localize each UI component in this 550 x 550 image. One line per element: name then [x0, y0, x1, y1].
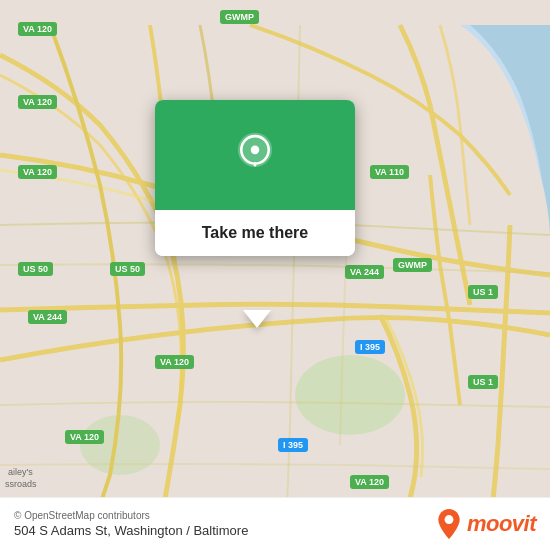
- road-label-us50-1: US 50: [18, 262, 53, 276]
- address: 504 S Adams St, Washington / Baltimore: [14, 523, 248, 538]
- moovit-pin-icon: [435, 508, 463, 540]
- svg-point-9: [444, 515, 453, 524]
- road-label-va120-nw1: VA 120: [18, 22, 57, 36]
- svg-point-1: [295, 355, 405, 435]
- moovit-logo: moovit: [435, 508, 536, 540]
- road-label-va120-bot: VA 120: [350, 475, 389, 489]
- road-label-us1-1: US 1: [468, 285, 498, 299]
- road-label-va110: VA 110: [370, 165, 409, 179]
- location-pin-icon: [231, 131, 279, 179]
- road-label-va120-nw3: VA 120: [18, 165, 57, 179]
- road-label-gwmp1: GWMP: [220, 10, 259, 24]
- bottom-bar-left: © OpenStreetMap contributors 504 S Adams…: [14, 510, 248, 538]
- copyright: © OpenStreetMap contributors: [14, 510, 248, 521]
- svg-text:ailey's: ailey's: [8, 467, 33, 477]
- popup-green-background: [155, 100, 355, 210]
- road-label-i395-1: I 395: [355, 340, 385, 354]
- take-me-there-button[interactable]: Take me there: [155, 210, 355, 256]
- road-label-i395-2: I 395: [278, 438, 308, 452]
- road-label-us50-2: US 50: [110, 262, 145, 276]
- svg-point-2: [80, 415, 160, 475]
- road-label-va244-w: VA 244: [28, 310, 67, 324]
- bottom-bar: © OpenStreetMap contributors 504 S Adams…: [0, 497, 550, 550]
- road-label-va120-nw2: VA 120: [18, 95, 57, 109]
- popup-card: Take me there: [155, 100, 355, 256]
- svg-point-8: [251, 146, 260, 155]
- popup-arrow: [243, 310, 271, 328]
- svg-text:ssroads: ssroads: [5, 479, 37, 489]
- road-label-gwmp2: GWMP: [393, 258, 432, 272]
- map-container: Arlington ailey's ssroads VA 120VA 120VA…: [0, 0, 550, 550]
- road-label-us1-2: US 1: [468, 375, 498, 389]
- moovit-text: moovit: [467, 511, 536, 537]
- road-label-va120-se: VA 120: [155, 355, 194, 369]
- road-label-va120-s2: VA 120: [65, 430, 104, 444]
- road-label-va244-e: VA 244: [345, 265, 384, 279]
- map-background: Arlington ailey's ssroads: [0, 0, 550, 550]
